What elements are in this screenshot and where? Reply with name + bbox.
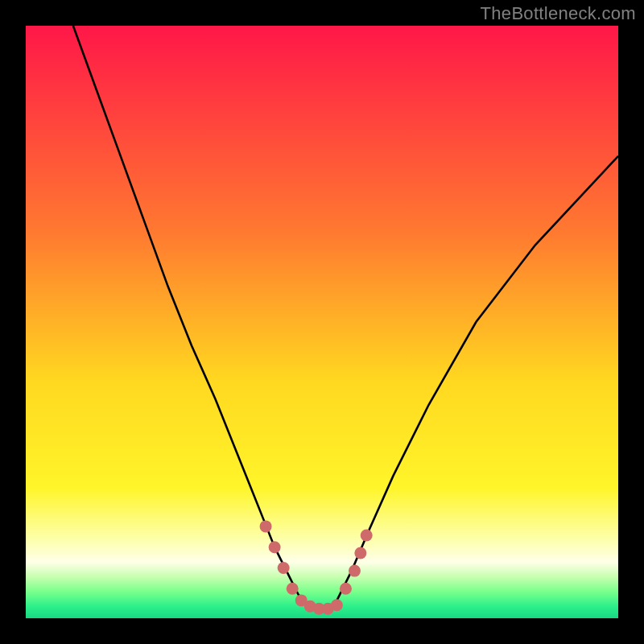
plot-area — [26, 26, 618, 618]
gradient-background — [26, 26, 618, 618]
marker-point — [361, 529, 373, 541]
marker-point — [278, 562, 290, 574]
marker-point — [349, 565, 361, 577]
watermark-text: TheBottleneck.com — [481, 3, 636, 24]
marker-point — [340, 583, 352, 595]
marker-point — [331, 599, 343, 611]
marker-point — [354, 547, 366, 559]
marker-point — [269, 541, 281, 553]
marker-point — [287, 583, 299, 595]
outer-frame: TheBottleneck.com — [0, 0, 644, 644]
chart-canvas — [26, 26, 618, 618]
marker-point — [260, 520, 272, 532]
